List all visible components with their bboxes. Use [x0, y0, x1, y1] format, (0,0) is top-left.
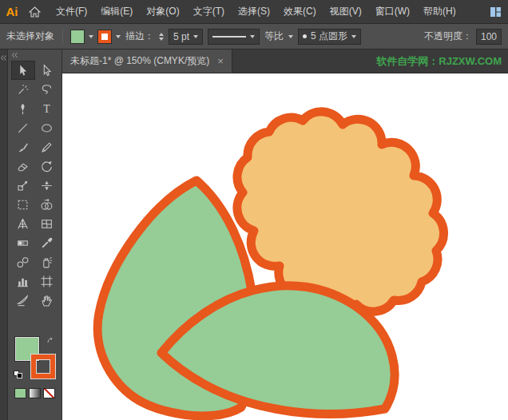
menu-effect[interactable]: 效果(C) [284, 5, 316, 18]
slice-tool[interactable] [11, 291, 35, 310]
stroke-weight-stepper[interactable] [159, 33, 164, 41]
scale-tool[interactable] [11, 176, 35, 195]
stroke-label: 描边： [125, 30, 154, 43]
fill-dropdown-icon[interactable] [89, 35, 93, 38]
color-button[interactable] [14, 388, 26, 398]
color-mode-buttons [8, 388, 62, 398]
brush-preview-dot [303, 34, 307, 38]
rotate-tool[interactable] [35, 157, 59, 176]
column-graph-tool[interactable] [11, 271, 35, 291]
workspace-switcher-icon[interactable] [490, 6, 502, 18]
blend-tool[interactable] [11, 252, 35, 271]
document-title: 未标题-1* @ 150% (CMYK/预览) [70, 54, 209, 68]
control-bar: 未选择对象 描边： 5 pt 等比 5 点圆形 不透明度： 100 [0, 24, 508, 50]
selection-tool[interactable] [11, 61, 35, 80]
none-button[interactable] [43, 388, 55, 398]
gradient-button[interactable] [29, 388, 41, 398]
stroke-proxy[interactable] [31, 355, 55, 378]
opacity-input[interactable]: 100 [476, 29, 502, 45]
menu-help[interactable]: 帮助(H) [423, 5, 456, 18]
menu-bar: Ai 文件(F) 编辑(E) 对象(O) 文字(T) 选择(S) 效果(C) 视… [0, 0, 508, 24]
default-fill-stroke-icon[interactable] [14, 370, 23, 378]
eyedropper-tool[interactable] [35, 233, 59, 252]
stroke-weight-select[interactable]: 5 pt [169, 29, 203, 45]
swap-fill-stroke-icon[interactable] [46, 337, 55, 346]
left-dock-strip [0, 50, 8, 420]
menu-object[interactable]: 对象(O) [146, 5, 179, 18]
collapse-tools-icon [11, 52, 18, 58]
hand-tool[interactable] [35, 291, 59, 310]
collapse-dock-icon[interactable] [0, 54, 7, 61]
brush-definition-select[interactable]: 5 点圆形 [298, 29, 361, 45]
fill-stroke-indicator [14, 337, 57, 378]
paintbrush-tool[interactable] [11, 137, 35, 157]
tool-grid: T [8, 61, 62, 310]
free-transform-tool[interactable] [11, 195, 35, 214]
chevron-down-icon [250, 35, 255, 38]
line-segment-tool[interactable] [11, 118, 35, 137]
profile-label: 等比 [264, 30, 284, 43]
menu-select[interactable]: 选择(S) [238, 5, 270, 18]
menu-view[interactable]: 视图(V) [330, 5, 362, 18]
app-logo-icon[interactable]: Ai [0, 0, 24, 24]
divider [62, 29, 63, 45]
document-tab-bar: 未标题-1* @ 150% (CMYK/预览) × 软件自学网：RJZXW.CO… [62, 50, 508, 73]
stroke-color-swatch[interactable] [98, 30, 111, 43]
tools-panel: T [8, 50, 62, 420]
document-tab[interactable]: 未标题-1* @ 150% (CMYK/预览) × [62, 50, 232, 73]
direct-selection-tool[interactable] [35, 61, 59, 80]
magic-wand-tool[interactable] [11, 80, 35, 99]
ellipse-tool[interactable] [35, 118, 59, 137]
close-tab-icon[interactable]: × [217, 55, 224, 67]
menu-edit[interactable]: 编辑(E) [101, 5, 133, 18]
illustrator-window: Ai 文件(F) 编辑(E) 对象(O) 文字(T) 选择(S) 效果(C) 视… [0, 0, 508, 420]
canvas[interactable] [62, 73, 508, 420]
shape-builder-tool[interactable] [35, 195, 59, 214]
fill-color-swatch[interactable] [71, 30, 84, 43]
brush-name: 5 点圆形 [311, 30, 347, 43]
menu-window[interactable]: 窗口(W) [375, 5, 410, 18]
chevron-down-icon [193, 35, 198, 38]
pen-tool[interactable] [11, 99, 35, 118]
perspective-grid-tool[interactable] [11, 214, 35, 233]
type-tool[interactable]: T [35, 99, 59, 118]
gradient-tool[interactable] [11, 233, 35, 252]
toolbar-header[interactable] [8, 50, 62, 61]
width-profile-select[interactable] [208, 29, 260, 45]
home-icon[interactable] [24, 0, 45, 24]
menu-items: 文件(F) 编辑(E) 对象(O) 文字(T) 选择(S) 效果(C) 视图(V… [56, 5, 456, 18]
mesh-tool[interactable] [35, 214, 59, 233]
stroke-weight-value: 5 pt [173, 31, 189, 42]
opacity-label: 不透明度： [424, 30, 472, 43]
menu-file[interactable]: 文件(F) [56, 5, 87, 18]
uniform-profile-preview [212, 36, 246, 38]
profile-dropdown-icon[interactable] [288, 35, 293, 38]
pencil-tool[interactable] [35, 137, 59, 157]
chevron-down-icon [351, 35, 356, 38]
menu-type[interactable]: 文字(T) [193, 5, 224, 18]
opacity-value: 100 [481, 31, 497, 42]
watermark-text: 软件自学网：RJZXW.COM [376, 50, 508, 73]
eraser-tool[interactable] [11, 157, 35, 176]
width-tool[interactable] [35, 176, 59, 195]
corn-cob-shape [237, 112, 444, 311]
lasso-tool[interactable] [35, 80, 59, 99]
artboard-tool[interactable] [35, 271, 59, 291]
symbol-sprayer-tool[interactable] [35, 252, 59, 271]
svg-text:T: T [43, 103, 50, 115]
corn-artwork [62, 73, 508, 420]
selection-status: 未选择对象 [6, 30, 54, 43]
stroke-dropdown-icon[interactable] [116, 35, 121, 38]
